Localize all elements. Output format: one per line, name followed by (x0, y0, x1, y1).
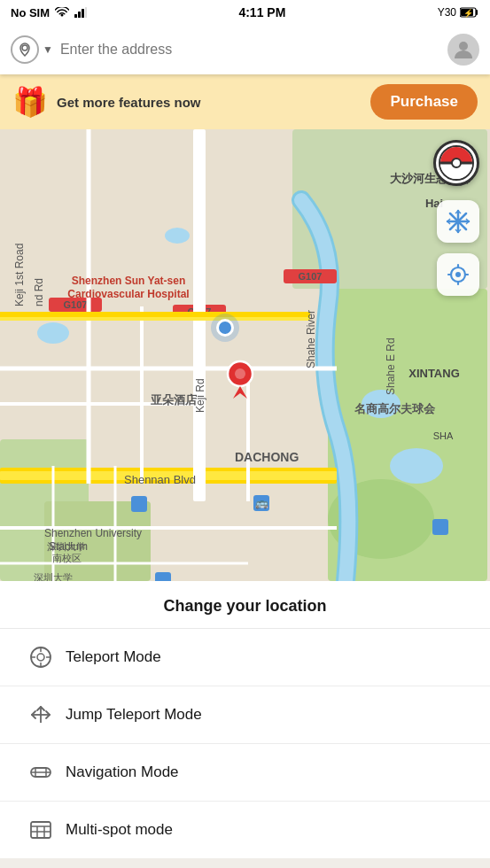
svg-text:Shenzhen Sun Yat-sen: Shenzhen Sun Yat-sen (72, 275, 185, 287)
svg-text:南校区: 南校区 (52, 553, 82, 563)
wifi-icon (55, 7, 69, 18)
snowflake-icon (446, 209, 471, 234)
jump-teleport-mode-label: Jump Teleport Mode (66, 706, 202, 724)
carrier-label: No SIM (11, 6, 50, 19)
multi-spot-mode-label: Multi-spot mode (66, 821, 173, 839)
banner-text: Get more features now (57, 95, 201, 110)
battery-label: Y30 (438, 6, 456, 19)
search-left-group: ▼ (11, 35, 53, 64)
svg-point-7 (22, 45, 27, 50)
status-left: No SIM (11, 6, 87, 19)
map-area[interactable]: G107 G107 G107 Shenzhen Sun Yat-sen Card… (0, 129, 490, 581)
navigation-mode-icon (28, 760, 53, 785)
svg-text:SHA: SHA (433, 430, 454, 441)
svg-rect-107 (31, 822, 51, 838)
user-avatar[interactable] (447, 34, 479, 66)
jump-teleport-mode-item[interactable]: Jump Teleport Mode (0, 686, 490, 744)
gift-icon: 🎁 (12, 85, 48, 119)
promo-banner: 🎁 Get more features now Purchase (0, 74, 490, 129)
locate-icon (447, 263, 470, 286)
pokeball-button[interactable] (433, 140, 479, 186)
svg-point-82 (455, 272, 461, 277)
svg-text:nd Rd: nd Rd (33, 278, 45, 306)
svg-text:⚡: ⚡ (463, 8, 474, 18)
address-search-input[interactable] (60, 42, 440, 58)
purchase-button[interactable]: Purchase (370, 84, 478, 120)
svg-rect-66 (155, 572, 171, 581)
svg-rect-3 (85, 7, 87, 18)
bottom-panel: Change your location Teleport Mode (0, 581, 490, 858)
status-right: Y30 ⚡ (438, 6, 479, 19)
mode-list: Teleport Mode Jump Teleport Mode (0, 629, 490, 858)
signal-icon (74, 7, 87, 18)
banner-left: 🎁 Get more features now (12, 85, 201, 119)
svg-point-18 (390, 448, 443, 484)
svg-point-15 (37, 322, 69, 344)
search-bar: ▼ (0, 25, 490, 74)
selected-location-pin (226, 360, 254, 402)
pokeball-icon (439, 145, 474, 181)
location-picker-button[interactable] (11, 35, 39, 64)
navigation-mode-item[interactable]: Navigation Mode (0, 744, 490, 802)
svg-rect-2 (82, 9, 84, 18)
svg-rect-63 (131, 496, 147, 512)
teleport-mode-item[interactable]: Teleport Mode (0, 629, 490, 686)
svg-text:G107: G107 (299, 271, 323, 282)
navigation-mode-label: Navigation Mode (66, 763, 179, 781)
svg-text:Shahe River: Shahe River (305, 310, 317, 368)
locate-button[interactable] (437, 253, 479, 296)
svg-point-72 (456, 220, 461, 224)
status-bar: No SIM 4:11 PM Y30 ⚡ (0, 0, 490, 25)
teleport-icon (28, 645, 53, 670)
current-location-dot (216, 319, 234, 337)
svg-text:Keji Rd: Keji Rd (194, 378, 206, 413)
svg-point-8 (459, 42, 468, 50)
snowflake-button[interactable] (437, 200, 479, 243)
svg-rect-0 (74, 14, 77, 18)
svg-point-88 (235, 368, 245, 379)
svg-text:Cardiovascular Hospital: Cardiovascular Hospital (67, 288, 189, 300)
svg-rect-1 (78, 12, 81, 18)
svg-text:Shennan Blvd: Shennan Blvd (124, 473, 196, 486)
svg-text:深圳大学: 深圳大学 (34, 572, 73, 581)
status-time: 4:11 PM (238, 5, 285, 19)
battery-icon: ⚡ (460, 7, 479, 18)
svg-text:XINTANG: XINTANG (408, 367, 460, 380)
svg-text:DACHONG: DACHONG (235, 450, 299, 464)
svg-text:Shahe E Rd: Shahe E Rd (385, 337, 397, 395)
jump-teleport-icon (28, 702, 53, 727)
svg-text:Shenzhen University: Shenzhen University (44, 527, 142, 539)
svg-text:🚌: 🚌 (255, 496, 268, 509)
multi-spot-icon (28, 818, 53, 842)
teleport-mode-label: Teleport Mode (66, 648, 161, 666)
svg-text:G107: G107 (64, 299, 88, 310)
user-avatar-icon (451, 37, 476, 62)
svg-text:Stadium: Stadium (49, 540, 88, 553)
panel-title: Change your location (0, 581, 490, 629)
svg-point-16 (165, 228, 190, 244)
chevron-down-icon: ▼ (43, 43, 53, 56)
map-svg: G107 G107 G107 Shenzhen Sun Yat-sen Card… (0, 129, 490, 581)
svg-rect-67 (432, 519, 448, 535)
svg-text:Keji 1st Road: Keji 1st Road (13, 244, 26, 306)
multi-spot-mode-item[interactable]: Multi-spot mode (0, 802, 490, 858)
location-pin-icon (17, 42, 33, 58)
svg-text:亚朵酒店: 亚朵酒店 (151, 393, 198, 407)
svg-text:名商高尔夫球会: 名商高尔夫球会 (354, 402, 436, 415)
svg-point-90 (37, 654, 44, 661)
